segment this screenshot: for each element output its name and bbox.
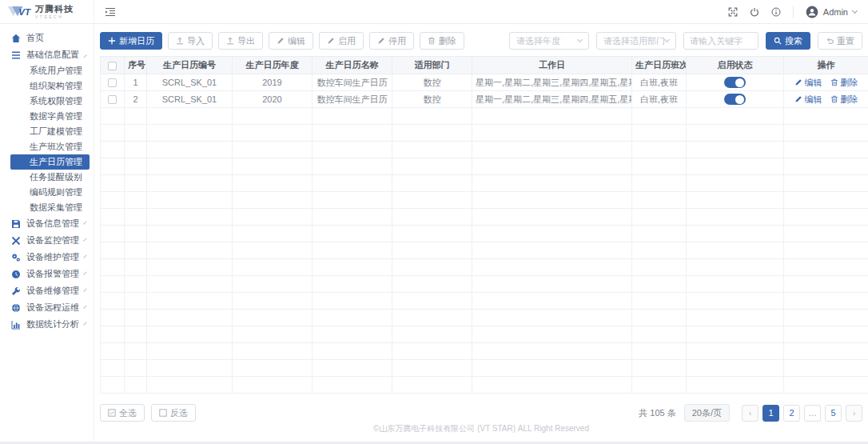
empty-cell <box>125 192 147 209</box>
column-header-label: 生产日历年度 <box>246 60 299 70</box>
enable-button[interactable]: 启用 <box>319 32 364 50</box>
cell-shifts: 白班,夜班 <box>632 91 687 108</box>
chevron-down-icon <box>83 254 86 258</box>
sidebar-item-device-repair[interactable]: 设备维修管理 <box>0 282 94 299</box>
prev-page-button[interactable]: ‹ <box>742 405 759 422</box>
reset-button[interactable]: 重置 <box>818 32 862 50</box>
fullscreen-icon[interactable] <box>728 7 738 17</box>
sidebar-item-data-dictionary[interactable]: 数据字典管理 <box>0 109 94 124</box>
page-button-5[interactable]: 5 <box>825 405 842 422</box>
empty-cell <box>472 343 632 360</box>
search-button[interactable]: 搜索 <box>766 32 810 50</box>
chevron-down-icon <box>83 221 86 224</box>
sidebar-item-device-remote-ops[interactable]: 设备远程运维 <box>0 299 94 316</box>
sidebar-item-coding-rules[interactable]: 编码规则管理 <box>0 185 94 200</box>
power-icon[interactable] <box>750 7 759 17</box>
row-checkbox[interactable] <box>108 78 117 87</box>
page-size-select[interactable]: 20条/页 <box>684 404 730 422</box>
info-icon[interactable] <box>771 7 781 17</box>
page-button-1[interactable]: 1 <box>762 405 779 422</box>
empty-table-row <box>101 108 868 125</box>
year-select[interactable]: 请选择年度 <box>509 32 589 50</box>
empty-table-row <box>101 226 868 242</box>
empty-cell <box>784 259 868 276</box>
brand-name: 万腾科技 <box>35 5 74 14</box>
empty-cell <box>125 377 147 394</box>
select-all-button[interactable]: 全选 <box>100 404 145 422</box>
empty-cell <box>687 158 784 175</box>
empty-cell <box>687 125 784 142</box>
edit-button[interactable]: 编辑 <box>269 32 313 50</box>
cell-shifts: 白班,夜班 <box>632 74 687 91</box>
invert-selection-button[interactable]: 反选 <box>151 404 196 422</box>
checkbox-checked-icon <box>108 409 116 417</box>
sidebar-item-data-collection[interactable]: 数据采集管理 <box>0 200 94 215</box>
wrench-icon <box>11 286 21 296</box>
sidebar-item-device-info[interactable]: 设备信息管理 <box>0 215 94 232</box>
row-delete-link[interactable]: 删除 <box>830 94 858 106</box>
empty-cell <box>392 142 472 158</box>
chevron-down-icon <box>83 305 86 308</box>
sidebar-item-label: 数据采集管理 <box>30 202 82 212</box>
calendar-table: 序号生产日历编号生产日历年度生产日历名称适用部门工作日生产日历班次启用状态操作 … <box>100 56 868 394</box>
sidebar-item-factory-modeling[interactable]: 工厂建模管理 <box>0 124 94 139</box>
empty-cell <box>632 175 687 192</box>
delete-button[interactable]: 删除 <box>420 32 464 50</box>
collapse-sidebar-button[interactable] <box>94 0 126 23</box>
empty-cell <box>101 242 125 259</box>
page-button-2[interactable]: 2 <box>783 405 800 422</box>
sidebar-item-data-statistics[interactable]: 数据统计分析 <box>0 316 94 333</box>
empty-table-row <box>101 192 868 209</box>
empty-cell <box>472 125 632 142</box>
row-edit-link[interactable]: 编辑 <box>794 94 822 106</box>
sidebar-item-system-users[interactable]: 系统用户管理 <box>0 63 94 78</box>
empty-cell <box>147 242 233 259</box>
main-content: 新增日历导入导出编辑启用停用删除 请选择年度 请选择适用部门 搜索 <box>94 24 868 442</box>
empty-cell <box>233 175 313 192</box>
empty-cell <box>147 293 233 310</box>
sidebar-item-production-calendar[interactable]: 生产日历管理 <box>10 154 90 170</box>
empty-cell <box>313 108 392 125</box>
sidebar-item-system-permissions[interactable]: 系统权限管理 <box>0 94 94 109</box>
empty-cell <box>687 326 784 343</box>
sidebar-item-device-maintenance[interactable]: 设备维护管理 <box>0 249 94 266</box>
empty-cell <box>147 276 233 293</box>
sidebar-item-device-monitoring[interactable]: 设备监控管理 <box>0 232 94 249</box>
empty-cell <box>313 125 392 142</box>
header-checkbox[interactable] <box>108 62 117 70</box>
export-button[interactable]: 导出 <box>218 32 263 50</box>
sidebar-item-org-structure[interactable]: 组织架构管理 <box>0 78 94 94</box>
disable-button[interactable]: 停用 <box>369 32 414 50</box>
user-menu[interactable]: Admin <box>806 6 857 18</box>
page-ellipsis[interactable]: … <box>804 405 821 422</box>
enable-toggle[interactable] <box>724 77 746 88</box>
sidebar-item-task-reminder-level[interactable]: 任务提醒级别 <box>0 170 94 185</box>
empty-cell <box>632 108 687 125</box>
cell-year: 2019 <box>233 74 313 91</box>
sidebar-item-label: 编码规则管理 <box>30 187 82 197</box>
row-edit-link[interactable]: 编辑 <box>794 77 822 89</box>
cell-select <box>101 74 125 91</box>
empty-cell <box>472 360 632 377</box>
pencil-icon <box>377 37 385 45</box>
empty-cell <box>392 209 472 226</box>
department-select[interactable]: 请选择适用部门 <box>596 32 676 50</box>
keyword-input[interactable] <box>683 32 759 50</box>
row-delete-link[interactable]: 删除 <box>830 77 858 89</box>
empty-cell <box>147 108 233 125</box>
next-page-button[interactable]: › <box>846 405 862 422</box>
cell-index: 1 <box>125 74 147 91</box>
search-button-label: 搜索 <box>785 35 802 47</box>
row-checkbox[interactable] <box>108 95 117 104</box>
sidebar-item-device-alarm[interactable]: 设备报警管理 <box>0 266 94 282</box>
sidebar-item-basic-info-config[interactable]: 基础信息配置 <box>0 46 94 63</box>
add-calendar-button[interactable]: 新增日历 <box>100 32 162 50</box>
empty-cell <box>147 142 233 158</box>
sidebar-item-production-shift[interactable]: 生产班次管理 <box>0 139 94 154</box>
import-button[interactable]: 导入 <box>168 32 213 50</box>
sidebar-item-home[interactable]: 首页 <box>0 30 94 46</box>
enable-toggle[interactable] <box>724 94 746 105</box>
empty-cell <box>125 142 147 158</box>
device-icon <box>11 219 21 229</box>
empty-cell <box>632 242 687 259</box>
